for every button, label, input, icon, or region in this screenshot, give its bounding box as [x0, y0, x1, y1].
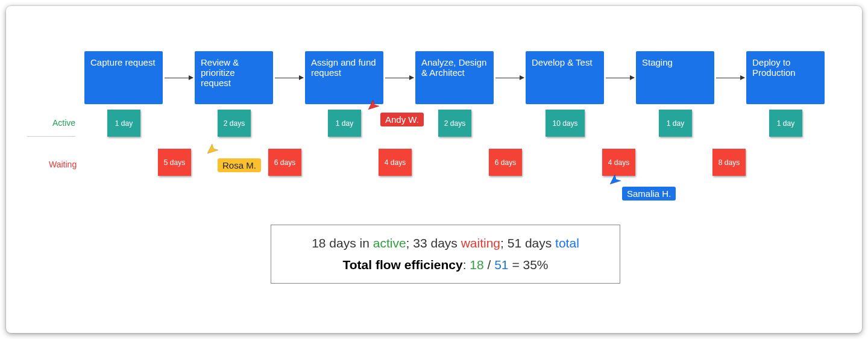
active-day-2[interactable]: 1 day — [328, 110, 361, 137]
summary-line-2: Total flow efficiency: 18 / 51 = 35% — [295, 258, 596, 272]
active-day-6[interactable]: 1 day — [769, 110, 802, 137]
stage-label: Capture request — [90, 57, 156, 67]
arrow-icon — [385, 78, 414, 78]
cursor-label-andy[interactable]: Andy W. — [380, 113, 424, 126]
waiting-day-1[interactable]: 6 days — [268, 149, 301, 176]
waiting-day-0[interactable]: 5 days — [158, 149, 191, 176]
row-label-active: Active — [52, 118, 75, 128]
stage-analyze-design[interactable]: Analyze, Design & Architect — [415, 51, 494, 104]
divider-rows — [27, 136, 75, 137]
stage-develop-test[interactable]: Develop & Test — [526, 51, 604, 104]
summary-panel: 18 days in active; 33 days waiting; 51 d… — [271, 225, 620, 284]
arrow-icon — [165, 78, 193, 78]
stage-assign-fund[interactable]: Assign and fund request — [305, 51, 383, 104]
active-day-1[interactable]: 2 days — [218, 110, 251, 137]
waiting-day-5[interactable]: 8 days — [712, 149, 746, 176]
cursor-label-rosa[interactable]: Rosa M. — [218, 158, 261, 172]
stage-label: Review & prioritize request — [201, 57, 239, 88]
stage-label: Staging — [642, 57, 673, 67]
stage-label: Analyze, Design & Architect — [421, 57, 486, 78]
stage-label: Deploy to Production — [752, 57, 796, 78]
cursor-label-samalia[interactable]: Samalia H. — [622, 187, 676, 201]
cursor-samalia-icon — [609, 173, 622, 186]
active-day-5[interactable]: 1 day — [659, 110, 692, 137]
active-day-4[interactable]: 10 days — [546, 110, 585, 137]
active-day-0[interactable]: 1 day — [107, 110, 140, 137]
waiting-day-2[interactable]: 4 days — [379, 149, 412, 176]
waiting-day-4[interactable]: 4 days — [602, 149, 635, 176]
diagram-frame: Active Waiting Capture request 1 day 5 d… — [6, 6, 862, 333]
waiting-day-3[interactable]: 6 days — [489, 149, 522, 176]
arrow-icon — [606, 78, 634, 78]
arrow-icon — [275, 78, 303, 78]
stage-label: Assign and fund request — [311, 57, 376, 78]
stage-capture-request[interactable]: Capture request — [84, 51, 163, 104]
active-day-3[interactable]: 2 days — [438, 110, 471, 137]
cursor-andy-icon — [367, 98, 380, 111]
cursor-rosa-icon — [206, 142, 219, 155]
arrow-icon — [495, 78, 524, 78]
summary-line-1: 18 days in active; 33 days waiting; 51 d… — [295, 236, 596, 250]
stage-label: Develop & Test — [532, 57, 593, 67]
stage-review-prioritize[interactable]: Review & prioritize request — [195, 51, 273, 104]
stage-deploy-production[interactable]: Deploy to Production — [746, 51, 825, 104]
row-label-waiting: Waiting — [49, 160, 77, 169]
arrow-icon — [716, 78, 744, 78]
stage-staging[interactable]: Staging — [636, 51, 714, 104]
